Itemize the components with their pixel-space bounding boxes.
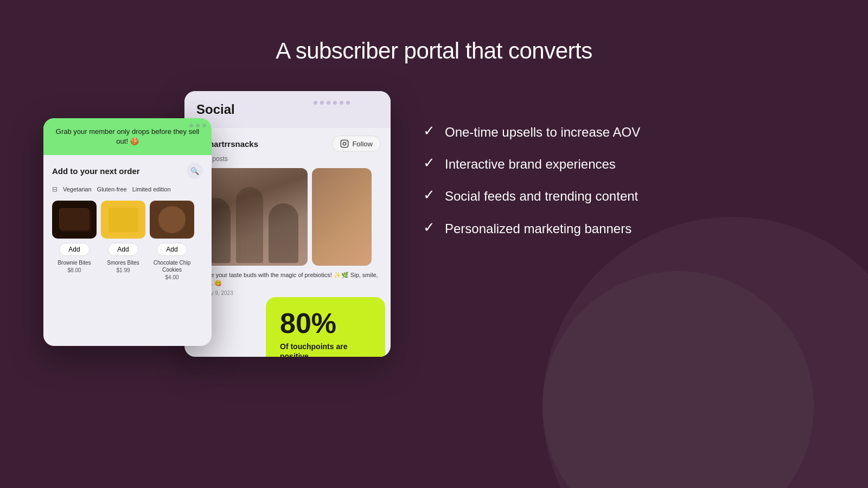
- add-cookie-button[interactable]: Add: [157, 243, 187, 256]
- filter-limited[interactable]: Limited edition: [132, 186, 171, 192]
- cookie-price: $4.00: [165, 274, 178, 280]
- product-image-smores: [101, 201, 145, 239]
- checkmark-3: ✓: [423, 187, 435, 203]
- products-grid: Add Brownie Bites $8.00 Add Smores Bites: [52, 201, 203, 280]
- feature-text-2: Interactive brand experiences: [445, 156, 616, 172]
- filter-row: ⊟ Vegetarian Gluten-free Limited edition: [52, 185, 203, 193]
- order-card-header-row: Add to your next order 🔍: [52, 163, 203, 179]
- page-title: A subscriber portal that converts: [0, 0, 868, 64]
- social-post-caption: Elevate your taste buds with the magic o…: [184, 266, 391, 290]
- checkmark-4: ✓: [423, 219, 435, 236]
- header-dot-5: [340, 101, 343, 105]
- brownie-photo: [52, 201, 97, 239]
- add-smores-button[interactable]: Add: [108, 243, 138, 256]
- social-profile-row: @smartrrsnacks Follow: [184, 128, 391, 155]
- svg-rect-0: [341, 140, 348, 147]
- social-card-header: Social: [184, 91, 391, 128]
- feature-item-1: ✓ One-time upsells to increase AOV: [423, 124, 825, 140]
- cookie-photo: [150, 201, 194, 239]
- food-photo: [312, 168, 372, 266]
- promo-text: Grab your member only drops before they …: [56, 127, 199, 145]
- order-dot-3: [202, 124, 206, 127]
- feature-item-2: ✓ Interactive brand experiences: [423, 156, 825, 172]
- brownie-name: Brownie Bites: [58, 259, 91, 266]
- product-item-smores: Add Smores Bites $1.99: [101, 201, 145, 280]
- product-image-brownie: [52, 201, 97, 239]
- social-images-row: [184, 168, 391, 266]
- product-item-cookie: Add Chocolate Chip Cookies $4.00: [150, 201, 194, 280]
- svg-point-2: [346, 142, 347, 142]
- order-card: Grab your member only drops before they …: [43, 118, 212, 346]
- header-dot-2: [320, 101, 324, 105]
- order-dot-1: [189, 124, 193, 127]
- social-card: Social @smartrrsnacks: [184, 91, 391, 357]
- person-3: [269, 203, 298, 263]
- header-dot-3: [327, 101, 330, 105]
- order-card-dots: [189, 124, 206, 127]
- follow-label: Follow: [352, 140, 373, 148]
- smores-inner: [108, 208, 138, 232]
- order-dot-2: [196, 124, 200, 127]
- search-button[interactable]: 🔍: [187, 163, 203, 179]
- feature-text-4: Personalized marketing banners: [445, 220, 631, 237]
- social-secondary-image: [312, 168, 372, 266]
- cookie-circle: [158, 206, 186, 233]
- person-2: [236, 187, 263, 263]
- social-post-date: January 9, 2023: [184, 290, 391, 296]
- brownie-price: $8.00: [67, 267, 81, 273]
- smores-photo: [101, 201, 145, 239]
- feature-item-3: ✓ Social feeds and trending content: [423, 188, 825, 204]
- ui-cards-container: Social @smartrrsnacks: [43, 91, 391, 373]
- order-section-title: Add to your next order: [52, 166, 140, 176]
- stats-percentage: 80%: [280, 309, 371, 337]
- product-image-cookie: [150, 201, 194, 239]
- feature-text-3: Social feeds and trending content: [445, 188, 638, 204]
- search-icon: 🔍: [190, 167, 199, 175]
- social-posts-count: 2,582 posts: [184, 155, 391, 168]
- svg-point-1: [343, 142, 346, 145]
- add-brownie-button[interactable]: Add: [59, 243, 89, 256]
- header-dot-4: [333, 101, 337, 105]
- filter-glutenfree[interactable]: Gluten-free: [97, 186, 127, 192]
- promo-banner: Grab your member only drops before they …: [43, 118, 212, 155]
- header-dot-6: [346, 101, 350, 105]
- brownie-piece: [60, 209, 90, 230]
- feature-text-1: One-time upsells to increase AOV: [445, 124, 640, 140]
- order-card-content: Add to your next order 🔍 ⊟ Vegetarian Gl…: [43, 155, 212, 288]
- filter-vegetarian[interactable]: Vegetarian: [63, 186, 92, 192]
- smores-name: Smores Bites: [107, 259, 139, 266]
- cookie-name: Chocolate Chip Cookies: [150, 259, 194, 273]
- product-item-brownie: Add Brownie Bites $8.00: [52, 201, 97, 280]
- checkmark-2: ✓: [423, 155, 435, 171]
- stats-description: Of touchpoints are positive: [280, 342, 371, 357]
- stats-badge: 80% Of touchpoints are positive: [266, 297, 385, 357]
- instagram-icon: [340, 139, 349, 148]
- filter-icon: ⊟: [52, 185, 58, 193]
- follow-button[interactable]: Follow: [332, 136, 381, 152]
- checkmark-1: ✓: [423, 123, 435, 139]
- smores-price: $1.99: [116, 267, 130, 273]
- header-dot-1: [314, 101, 317, 105]
